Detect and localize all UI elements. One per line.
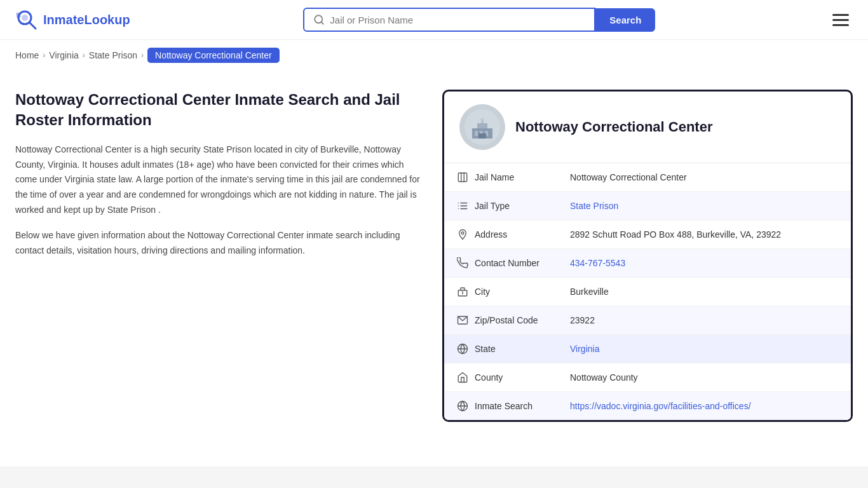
value-contact: 434-767-5543	[570, 258, 838, 268]
table-row: Contact Number 434-767-5543	[444, 249, 851, 278]
chevron-icon-3: ›	[141, 51, 144, 60]
page-title: Nottoway Correctional Center Inmate Sear…	[15, 90, 422, 131]
state-link[interactable]: Virginia	[570, 344, 599, 354]
table-row: Jail Type State Prison	[444, 192, 851, 220]
value-county: Nottoway County	[570, 372, 838, 383]
facility-image	[459, 104, 505, 150]
contact-link[interactable]: 434-767-5543	[570, 258, 625, 268]
value-zip: 23922	[570, 315, 838, 325]
value-inmate-search: https://vadoc.virginia.gov/facilities-an…	[570, 401, 838, 411]
svg-point-24	[461, 232, 464, 234]
jail-type-link[interactable]: State Prison	[570, 201, 618, 211]
jail-icon	[457, 172, 475, 183]
phone-icon	[457, 257, 475, 269]
facility-card-header: Nottoway Correctional Center	[444, 92, 851, 163]
breadcrumb-active: Nottoway Correctional Center	[147, 48, 280, 63]
label-zip: Zip/Postal Code	[475, 315, 570, 325]
svg-rect-8	[477, 123, 487, 128]
description-paragraph-2: Below we have given information about th…	[15, 228, 422, 259]
search-input-wrapper	[303, 8, 595, 32]
breadcrumb-home[interactable]: Home	[15, 50, 39, 60]
svg-rect-15	[458, 173, 467, 182]
county-icon	[457, 372, 475, 383]
facility-info-table: Jail Name Nottoway Correctional Center J…	[444, 163, 851, 420]
logo-text: InmateLookup	[43, 13, 130, 27]
svg-rect-10	[475, 131, 478, 136]
hamburger-line-2	[832, 19, 849, 21]
label-address: Address	[475, 229, 570, 240]
chevron-icon-2: ›	[83, 51, 85, 60]
label-county: County	[475, 372, 570, 383]
facility-card: Nottoway Correctional Center Jail Name N…	[442, 90, 853, 422]
search-area: Search	[303, 8, 655, 32]
table-row: Inmate Search https://vadoc.virginia.gov…	[444, 392, 851, 420]
menu-hamburger[interactable]	[829, 10, 853, 30]
svg-line-1	[29, 22, 36, 29]
city-icon	[457, 286, 475, 297]
facility-card-title: Nottoway Correctional Center	[515, 119, 713, 135]
search-icon	[313, 14, 325, 25]
main-content: Nottoway Correctional Center Inmate Sear…	[0, 71, 868, 441]
table-row: County Nottoway County	[444, 363, 851, 392]
svg-rect-13	[478, 133, 486, 139]
site-logo[interactable]: InmateLookup	[15, 8, 130, 31]
hamburger-line-3	[832, 24, 849, 26]
hamburger-line-1	[832, 14, 849, 16]
table-row: City Burkeville	[444, 278, 851, 306]
label-city: City	[475, 287, 570, 297]
search-input[interactable]	[330, 15, 585, 25]
value-state: Virginia	[570, 344, 838, 354]
facility-building-icon	[465, 109, 500, 145]
value-city: Burkeville	[570, 287, 838, 297]
search-globe-icon	[457, 400, 475, 412]
label-jail-type: Jail Type	[475, 201, 570, 211]
left-panel: Nottoway Correctional Center Inmate Sear…	[15, 90, 422, 422]
breadcrumb: Home › Virginia › State Prison › Nottowa…	[0, 40, 868, 71]
table-row: State Virginia	[444, 335, 851, 363]
svg-point-14	[480, 118, 484, 121]
table-row: Address 2892 Schutt Road PO Box 488, Bur…	[444, 220, 851, 249]
table-row: Jail Name Nottoway Correctional Center	[444, 163, 851, 192]
location-icon	[457, 229, 475, 240]
footer-bar	[0, 466, 868, 488]
breadcrumb-virginia[interactable]: Virginia	[49, 50, 78, 60]
search-button[interactable]: Search	[595, 8, 655, 32]
globe-icon	[457, 343, 475, 355]
svg-point-2	[22, 15, 28, 21]
label-contact: Contact Number	[475, 258, 570, 268]
mail-icon	[457, 315, 475, 326]
description-paragraph-1: Nottoway Correctional Center is a high s…	[15, 142, 422, 218]
label-state: State	[475, 344, 570, 354]
list-icon	[457, 200, 475, 212]
value-address: 2892 Schutt Road PO Box 488, Burkeville,…	[570, 229, 838, 240]
value-jail-type: State Prison	[570, 201, 838, 211]
breadcrumb-state-prison[interactable]: State Prison	[89, 50, 137, 60]
table-row: Zip/Postal Code 23922	[444, 306, 851, 335]
logo-icon	[15, 8, 38, 31]
right-panel: Nottoway Correctional Center Jail Name N…	[442, 90, 853, 422]
svg-line-5	[322, 22, 323, 24]
value-jail-name: Nottoway Correctional Center	[570, 172, 838, 182]
label-jail-name: Jail Name	[475, 172, 570, 182]
chevron-icon-1: ›	[43, 51, 45, 60]
inmate-search-link[interactable]: https://vadoc.virginia.gov/facilities-an…	[570, 401, 751, 411]
label-inmate-search: Inmate Search	[475, 401, 570, 411]
site-header: InmateLookup Search	[0, 0, 868, 40]
